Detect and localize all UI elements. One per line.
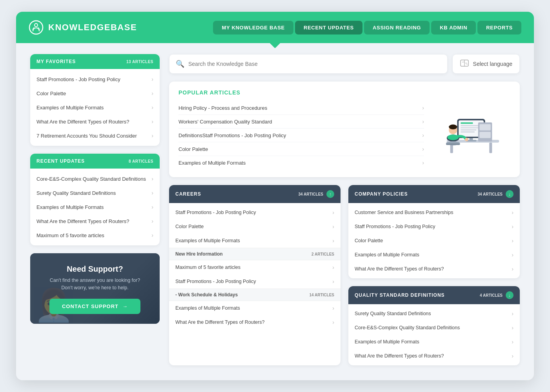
nav-reports[interactable]: REPORTS [477, 21, 521, 34]
list-item[interactable]: Maximum of 5 favorite articles › [169, 260, 341, 274]
search-bar[interactable]: 🔍 [169, 54, 448, 74]
popular-title: POPULAR ARTICLES [178, 89, 424, 96]
list-item[interactable]: Surety Quality Standard Definitions › [30, 186, 160, 200]
quality-standards-expand-button[interactable]: ↓ [506, 291, 514, 299]
quality-standards-card: QUALITY STANDARD DEFINITIONS 4 ARTICLES … [348, 286, 520, 365]
arrow-icon: › [151, 90, 153, 96]
company-policies-header: COMPANY POLICIES 34 ARTICLES ↓ [348, 185, 520, 203]
list-item[interactable]: Core-E&S-Complex Quality Standard Defini… [30, 172, 160, 186]
svg-rect-22 [479, 132, 490, 138]
list-item[interactable]: What Are the Different Types of Routers?… [30, 114, 160, 129]
recent-updates-header: RECENT UPDATES 8 ARTICLES [30, 154, 160, 169]
arrow-icon: › [151, 76, 153, 82]
svg-rect-17 [461, 127, 478, 129]
careers-header-right: 34 ARTICLES ↑ [298, 190, 334, 198]
main-content: MY FAVORITES 13 ARTICLES Staff Promotion… [16, 43, 534, 379]
favorites-list: Staff Promotions - Job Posting Policy › … [30, 69, 160, 146]
list-item[interactable]: Workers' Compensation Quality Standard › [178, 115, 424, 129]
recent-updates-card: RECENT UPDATES 8 ARTICLES Core-E&S-Compl… [30, 154, 160, 245]
list-item[interactable]: Examples of Multiple Formats › [348, 335, 520, 349]
arrow-icon: › [332, 209, 334, 216]
list-item[interactable]: Core-E&S-Complex Quality Standard Defini… [348, 321, 520, 335]
logo: KNOWLEDGEBASE [29, 20, 137, 35]
right-sub-column: COMPANY POLICIES 34 ARTICLES ↓ Customer … [348, 185, 520, 365]
language-button[interactable]: A A Select language [452, 54, 520, 74]
arrow-icon: › [151, 132, 153, 139]
list-item[interactable]: Customer Service and Business Partnershi… [348, 205, 520, 220]
list-item[interactable]: What Are the Different Types of Routers?… [348, 262, 520, 276]
svg-point-26 [449, 125, 457, 129]
arrow-icon: › [151, 104, 153, 111]
arrow-right-icon: → [122, 303, 128, 309]
list-item[interactable]: What Are the Different Types of Routers?… [169, 315, 341, 328]
nav-my-knowledge-base[interactable]: MY KNOWLEDGE BASE [213, 21, 293, 34]
arrow-icon: › [512, 266, 514, 272]
list-item[interactable]: Examples of Multiple Formats › [178, 156, 424, 169]
search-input[interactable] [188, 61, 441, 67]
header-nav: MY KNOWLEDGE BASE RECENT UPDATES ASSIGN … [213, 21, 521, 34]
list-item[interactable]: Examples of Multiple Formats › [348, 248, 520, 262]
arrow-icon: › [332, 264, 334, 270]
list-item[interactable]: Color Palette › [348, 234, 520, 248]
list-item[interactable]: Examples of Multiple Formats › [30, 100, 160, 114]
arrow-icon: › [332, 305, 334, 311]
careers-subheader: New Hire Information 2 ARTICLES [169, 248, 341, 260]
list-item[interactable]: 7 Retirement Accounts You Should Conside… [30, 129, 160, 143]
arrow-icon: › [422, 105, 424, 111]
list-item[interactable]: Examples of Multiple Formats › [169, 301, 341, 315]
nav-assign-reading[interactable]: ASSIGN READING [364, 21, 430, 34]
list-item[interactable]: Color Palette › [178, 142, 424, 156]
list-item[interactable]: Staff Promotions - Job Posting Policy › [169, 205, 341, 220]
arrow-icon: › [151, 218, 153, 224]
arrow-icon: › [512, 310, 514, 317]
nav-recent-updates[interactable]: RECENT UPDATES [295, 21, 362, 34]
list-item[interactable]: What Are the Different Types of Routers?… [348, 349, 520, 363]
arrow-icon: › [151, 118, 153, 125]
company-policies-expand-button[interactable]: ↓ [506, 190, 514, 198]
list-item[interactable]: Staff Promotions - Job Posting Policy › [30, 72, 160, 86]
arrow-icon: › [332, 319, 334, 325]
svg-rect-29 [446, 143, 460, 145]
arrow-icon: › [151, 232, 153, 238]
list-item[interactable]: Color Palette › [30, 86, 160, 100]
list-item[interactable]: Surety Quality Standard Definitions › [348, 307, 520, 321]
company-policies-card: COMPANY POLICIES 34 ARTICLES ↓ Customer … [348, 185, 520, 278]
favorites-title: MY FAVORITES [36, 59, 76, 64]
search-icon: 🔍 [176, 60, 184, 68]
careers-expand-button[interactable]: ↑ [326, 190, 334, 198]
nav-kb-admin[interactable]: KB ADMIN [431, 21, 476, 34]
logo-icon [29, 20, 44, 35]
svg-rect-18 [461, 129, 476, 131]
list-item[interactable]: Color Palette › [169, 220, 341, 234]
arrow-icon: › [512, 209, 514, 216]
list-item[interactable]: Examples of Multiple Formats › [169, 234, 341, 248]
arrow-icon: › [512, 339, 514, 345]
svg-rect-16 [461, 125, 480, 126]
list-item[interactable]: What Are the Different Types of Routers?… [30, 214, 160, 228]
list-item[interactable]: Examples of Multiple Formats › [30, 200, 160, 214]
careers-badge: 34 ARTICLES [298, 192, 323, 196]
svg-text:A: A [466, 63, 468, 65]
list-item[interactable]: Maximum of 5 favorite articles › [30, 228, 160, 242]
support-title: Need Support? [49, 265, 140, 274]
arrow-icon: › [512, 325, 514, 331]
arrow-icon: › [151, 176, 153, 182]
logo-text: KNOWLEDGEBASE [48, 22, 137, 33]
list-item[interactable]: Staff Promotions - Job Posting Policy › [348, 220, 520, 234]
list-item[interactable]: Staff Promotions - Job Posting Policy › [169, 274, 341, 289]
quality-standards-title: QUALITY STANDARD DEFINITIONS [355, 292, 445, 298]
arrow-icon: › [512, 252, 514, 258]
favorites-card: MY FAVORITES 13 ARTICLES Staff Promotion… [30, 54, 160, 146]
arrow-icon: › [422, 160, 424, 166]
support-description: Can't find the answer you are looking fo… [49, 277, 140, 292]
list-item[interactable]: DefinitionsStaff Promotions - Job Postin… [178, 129, 424, 142]
arrow-icon: › [512, 353, 514, 359]
company-policies-list: Customer Service and Business Partnershi… [348, 203, 520, 278]
recent-updates-list: Core-E&S-Complex Quality Standard Defini… [30, 169, 160, 245]
list-item[interactable]: Hiring Policy - Process and Procedures › [178, 101, 424, 115]
header: KNOWLEDGEBASE MY KNOWLEDGE BASE RECENT U… [16, 12, 534, 43]
arrow-icon: › [332, 223, 334, 230]
svg-rect-10 [489, 143, 492, 153]
contact-support-button[interactable]: CONTACT SUPPORT → [49, 299, 140, 314]
careers-header: CAREERS 34 ARTICLES ↑ [169, 185, 341, 203]
